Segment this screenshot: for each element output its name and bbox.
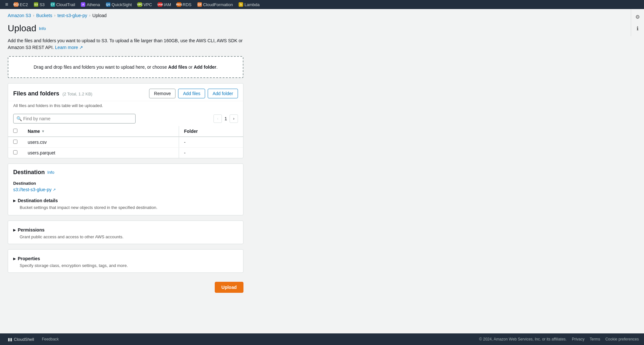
destination-panel: Destination Info Destination s3://test-s… (8, 163, 243, 215)
ec2-icon: EC2 (14, 2, 18, 7)
row-name-cell: users.parquet (23, 148, 179, 158)
destination-label: Destination (13, 181, 238, 186)
destination-info-link[interactable]: Info (47, 170, 54, 175)
select-all-column (8, 126, 23, 137)
breadcrumb-buckets[interactable]: Buckets (36, 13, 52, 18)
destination-details-toggle[interactable]: ▶ Destination details (13, 196, 238, 205)
files-search-bar: 🔍 ‹ 1 › (8, 111, 243, 126)
files-panel-title-group: Files and folders (2 Total, 1.2 KB) (13, 90, 92, 97)
upload-button[interactable]: Upload (215, 282, 243, 293)
right-settings-icon[interactable]: ⚙ (632, 12, 643, 22)
row-checkbox-cell (8, 148, 23, 158)
row-checkbox[interactable] (13, 140, 17, 144)
properties-desc: Specify storage class, encryption settin… (20, 263, 238, 268)
properties-toggle[interactable]: ▶ Properties (13, 254, 238, 263)
files-panel-header: Files and folders (2 Total, 1.2 KB) Remo… (8, 84, 243, 101)
main-content: Upload Info Add the files and folders yo… (0, 18, 251, 316)
sort-icon: ▼ (41, 129, 45, 133)
dropzone-text: Drag and drop files and folders you want… (33, 64, 168, 70)
page-title: Upload (8, 23, 36, 34)
breadcrumb-current: Upload (92, 13, 107, 18)
search-input[interactable] (13, 114, 136, 123)
prev-page-button[interactable]: ‹ (213, 114, 222, 123)
cloudformation-icon: CF (197, 2, 202, 7)
add-files-button[interactable]: Add files (178, 89, 205, 98)
permissions-toggle[interactable]: ▶ Permissions (13, 225, 238, 234)
files-panel: Files and folders (2 Total, 1.2 KB) Remo… (8, 83, 243, 158)
breadcrumb-s3[interactable]: Amazon S3 (8, 13, 31, 18)
nav-item-rds[interactable]: RDS RDS (174, 2, 194, 8)
files-table: Name ▼ Folder users.csv - users.parquet … (8, 126, 243, 158)
add-folder-button[interactable]: Add folder (208, 89, 238, 98)
destination-details-title: Destination details (18, 198, 58, 203)
learn-more-link[interactable]: Learn more ↗ (55, 45, 83, 50)
page-info-link[interactable]: Info (39, 26, 46, 31)
breadcrumb-sep-2: › (54, 13, 55, 18)
nav-label-quicksight: QuickSight (112, 2, 132, 7)
top-navigation: ≡ EC2 EC2 S3 S3 CT CloudTrail A Athena Q… (0, 0, 644, 9)
nav-item-cloudformation[interactable]: CF CloudFormation (195, 2, 236, 8)
destination-details-desc: Bucket settings that impact new objects … (20, 205, 238, 210)
nav-label-ec2: EC2 (20, 2, 28, 7)
s3-icon: S3 (34, 2, 38, 7)
nav-item-athena[interactable]: A Athena (78, 2, 102, 8)
nav-item-quicksight[interactable]: QS QuickSight (103, 2, 135, 8)
nav-item-vpc[interactable]: VPC VPC (135, 2, 155, 8)
cloudtrail-icon: CT (51, 2, 55, 7)
nav-label-cloudtrail: CloudTrail (56, 2, 75, 7)
breadcrumb-bucket-name[interactable]: test-s3-glue-py (57, 13, 87, 18)
remove-button[interactable]: Remove (149, 89, 175, 98)
name-column-header[interactable]: Name ▼ (23, 126, 179, 137)
nav-label-vpc: VPC (143, 2, 152, 7)
row-checkbox[interactable] (13, 150, 17, 154)
athena-icon: A (81, 2, 85, 7)
nav-item-iam[interactable]: IAM IAM (155, 2, 174, 8)
files-panel-note: All files and folders in this table will… (8, 101, 243, 111)
nav-label-iam: IAM (164, 2, 171, 7)
dropzone-add-files-text: Add files (168, 64, 187, 70)
permissions-desc: Grant public access and access to other … (20, 234, 238, 239)
row-folder-cell: - (179, 137, 243, 148)
properties-arrow-icon: ▶ (13, 257, 16, 261)
dropzone-add-folder-text: Add folder (194, 64, 216, 70)
breadcrumb-sep-3: › (89, 13, 90, 18)
upload-section: Upload (8, 278, 243, 297)
nav-label-lambda: Lambda (244, 2, 260, 7)
folder-column-header: Folder (179, 126, 243, 137)
destination-link[interactable]: s3://test-s3-glue-py (13, 187, 52, 192)
page-title-row: Upload Info (8, 23, 243, 34)
nav-item-cloudtrail[interactable]: CT CloudTrail (48, 2, 78, 8)
nav-label-rds: RDS (183, 2, 191, 7)
nav-item-ec2[interactable]: EC2 EC2 (11, 2, 30, 8)
nav-item-lambda[interactable]: λ Lambda (236, 2, 262, 8)
permissions-section: ▶ Permissions Grant public access and ac… (8, 221, 243, 244)
quicksight-icon: QS (106, 2, 110, 7)
hamburger-menu-icon[interactable]: ≡ (3, 1, 11, 8)
properties-section: ▶ Properties Specify storage class, encr… (8, 249, 243, 273)
table-row: users.csv - (8, 137, 243, 148)
permissions-arrow-icon: ▶ (13, 228, 16, 232)
nav-item-s3[interactable]: S3 S3 (31, 2, 47, 8)
row-name-cell: users.csv (23, 137, 179, 148)
destination-title: Destination (13, 169, 45, 176)
right-icons-panel: ⚙ ℹ (631, 9, 644, 36)
nav-label-athena: Athena (87, 2, 100, 7)
dropzone-or-text: or (187, 64, 194, 70)
select-all-checkbox[interactable] (13, 129, 17, 133)
nav-label-s3: S3 (40, 2, 45, 7)
lambda-icon: λ (239, 2, 243, 7)
next-page-button[interactable]: › (230, 114, 238, 123)
page-description: Add the files and folders you want to up… (8, 37, 243, 51)
name-sort[interactable]: Name ▼ (28, 129, 45, 134)
files-panel-actions: Remove Add files Add folder (149, 89, 238, 98)
iam-icon: IAM (158, 2, 162, 7)
row-folder-cell: - (179, 148, 243, 158)
breadcrumb-sep-1: › (33, 13, 34, 18)
files-panel-summary: (2 Total, 1.2 KB) (62, 92, 92, 96)
page-number: 1 (224, 116, 227, 121)
table-row: users.parquet - (8, 148, 243, 158)
drop-zone[interactable]: Drag and drop files and folders you want… (8, 56, 243, 78)
pagination: ‹ 1 › (213, 114, 238, 123)
files-panel-title: Files and folders (13, 90, 59, 97)
right-info-icon[interactable]: ℹ (632, 23, 643, 34)
